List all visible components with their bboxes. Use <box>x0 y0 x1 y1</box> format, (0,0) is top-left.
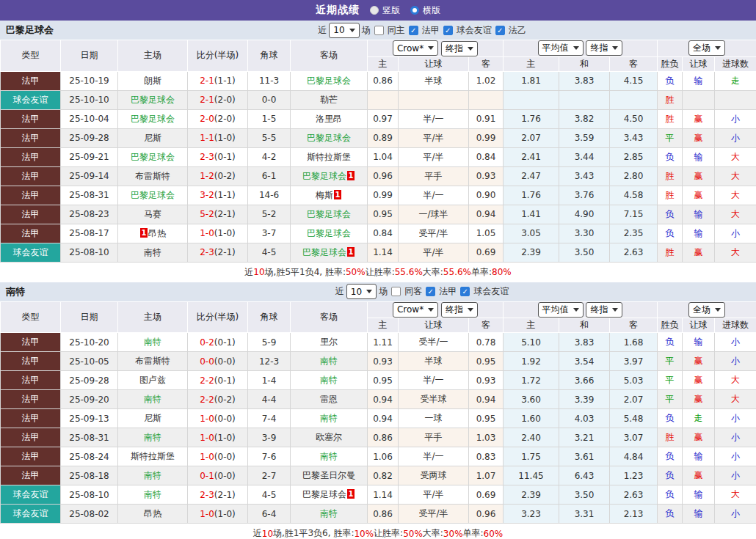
radio-vertical-layout[interactable]: 竖版 <box>370 4 400 17</box>
team-link[interactable]: 马赛 <box>144 209 161 219</box>
bookmaker-select[interactable]: Crow* <box>393 40 438 56</box>
avg-draw-cell: 3.43 <box>559 166 610 186</box>
avg-home-cell: 2.39 <box>504 243 559 262</box>
match-type-cell: 法甲 <box>1 447 61 466</box>
odds-away-cell: 1.07 <box>469 466 504 485</box>
summary-segment: 单率: <box>463 527 484 539</box>
league-checkbox[interactable]: ✓ <box>460 287 470 296</box>
chevron-down-icon <box>428 46 434 50</box>
league-checkbox[interactable]: ✓ <box>495 26 505 35</box>
team-link[interactable]: 布雷斯特 <box>135 356 170 366</box>
avg-home-cell: 1.41 <box>504 205 559 224</box>
same-venue-checkbox[interactable] <box>374 26 384 35</box>
team-link[interactable]: 南特 <box>144 489 161 499</box>
team-link[interactable]: 南特 <box>144 337 161 347</box>
radio-checked-icon[interactable] <box>410 6 419 15</box>
league-checkbox[interactable]: ✓ <box>409 26 418 35</box>
corner-cell: 4-4 <box>248 390 291 409</box>
scope-select[interactable]: 全场 <box>688 40 725 56</box>
radio-icon[interactable] <box>370 6 379 15</box>
team-link[interactable]: 巴黎足球会 <box>131 95 175 105</box>
team-link[interactable]: 尼斯 <box>144 413 161 423</box>
score-fulltime: 1-0 <box>200 452 214 462</box>
radio-horizontal-layout[interactable]: 横版 <box>410 4 440 17</box>
odds-home-cell: 0.86 <box>368 71 399 90</box>
team-link[interactable]: 南特 <box>144 247 161 257</box>
team-link[interactable]: 勒芒 <box>320 95 338 105</box>
team-link[interactable]: 南特 <box>144 394 161 404</box>
result-cell: 负 <box>658 147 683 166</box>
team-link[interactable]: 尼斯 <box>144 133 161 143</box>
summary-row: 近10场,胜5平1负4, 胜率:50% 让胜率:55.6% 大率:55.6% 单… <box>0 263 756 282</box>
odds-home-cell: 0.82 <box>368 466 399 485</box>
team-link[interactable]: 南特 <box>144 432 161 442</box>
team-link[interactable]: 南特 <box>320 451 338 461</box>
bookmaker-select[interactable]: Crow* <box>393 302 438 318</box>
team-link[interactable]: 巴黎足球会 <box>307 133 351 143</box>
team-link[interactable]: 巴黎足球会 <box>302 247 346 257</box>
team-link[interactable]: 雷恩 <box>320 394 338 404</box>
team-link[interactable]: 巴黎足球会 <box>131 114 175 124</box>
average-select[interactable]: 平均值 <box>538 302 584 318</box>
team-link[interactable]: 朗斯 <box>144 76 161 86</box>
team-link[interactable]: 巴黎足球会 <box>307 228 351 238</box>
odds-time-select[interactable]: 终指 <box>441 41 478 56</box>
match-count-select[interactable]: 10 <box>329 23 359 38</box>
odds-time-select[interactable]: 终指 <box>441 302 478 318</box>
team-link[interactable]: 布雷斯特 <box>135 171 170 181</box>
score-fulltime: 1-0 <box>200 228 214 238</box>
avg-away-cell: 2.85 <box>610 147 658 166</box>
result-text: 输 <box>694 337 703 347</box>
team-link[interactable]: 斯特拉斯堡 <box>131 451 175 461</box>
team-link[interactable]: 昂热 <box>148 228 166 238</box>
team-link[interactable]: 南特 <box>320 413 338 423</box>
goals-result-cell: 大 <box>715 147 756 166</box>
team-link[interactable]: 里尔 <box>320 337 338 347</box>
result-text: 小 <box>731 337 740 347</box>
league-checkbox[interactable]: ✓ <box>443 26 453 35</box>
team-link[interactable]: 欧塞尔 <box>316 432 342 442</box>
team-link[interactable]: 巴黎足球会 <box>131 190 175 200</box>
score-halftime: (1-0) <box>214 228 236 238</box>
team-link[interactable]: 巴黎圣日尔曼 <box>302 470 355 480</box>
team-link[interactable]: 南特 <box>320 356 338 366</box>
match-row: 法甲25-09-20南特2-2(0-2)4-4雷恩0.94受半球0.943.60… <box>1 390 756 409</box>
team-link[interactable]: 图卢兹 <box>139 375 166 385</box>
avg-away-cell: 2.63 <box>610 243 658 262</box>
team-link[interactable]: 昂热 <box>144 508 161 518</box>
result-text: 小 <box>731 356 740 366</box>
team-link[interactable]: 巴黎足球会 <box>307 209 351 219</box>
goals-result-cell: 小 <box>715 447 756 466</box>
result-text: 大 <box>731 152 740 162</box>
average-time-select[interactable]: 终指 <box>586 40 622 56</box>
avg-away-cell: 3.97 <box>610 352 658 371</box>
average-time-select[interactable]: 终指 <box>586 302 622 318</box>
average-select[interactable]: 平均值 <box>538 40 584 56</box>
scope-select[interactable]: 全场 <box>688 302 725 318</box>
match-count-select[interactable]: 10 <box>346 284 377 299</box>
team-link[interactable]: 斯特拉斯堡 <box>307 152 351 162</box>
same-venue-checkbox[interactable] <box>391 287 401 296</box>
team-link[interactable]: 巴黎足球会 <box>302 171 346 181</box>
corner-cell: 4-2 <box>248 147 291 166</box>
score-fulltime: 2-2 <box>200 395 214 405</box>
team-link[interactable]: 南特 <box>144 470 161 480</box>
goals-result-cell: 走 <box>715 71 756 90</box>
team-link[interactable]: 南特 <box>320 375 338 385</box>
chevron-down-icon <box>715 46 721 50</box>
league-checkbox[interactable]: ✓ <box>426 287 435 296</box>
result-text: 胜 <box>666 432 675 442</box>
team-link[interactable]: 巴黎足球会 <box>131 152 175 162</box>
away-team-cell: 雷恩 <box>291 390 368 409</box>
match-row: 球会友谊25-08-10南特2-3(2-1)4-5巴黎足球会11.14平/半0.… <box>1 243 756 262</box>
team-link[interactable]: 南特 <box>320 508 338 518</box>
handicap-result-cell: 输 <box>683 71 715 90</box>
team-link[interactable]: 梅斯 <box>316 190 333 200</box>
team-link[interactable]: 巴黎足球会 <box>307 76 351 86</box>
team-link[interactable]: 巴黎足球会 <box>302 489 346 499</box>
score-fulltime: 2-2 <box>200 375 214 386</box>
result-text: 赢 <box>694 470 703 480</box>
team-link[interactable]: 洛里昂 <box>316 114 342 124</box>
match-count-select-value: 10 <box>351 287 362 297</box>
score-cell: 1-0(1-0) <box>188 428 248 447</box>
